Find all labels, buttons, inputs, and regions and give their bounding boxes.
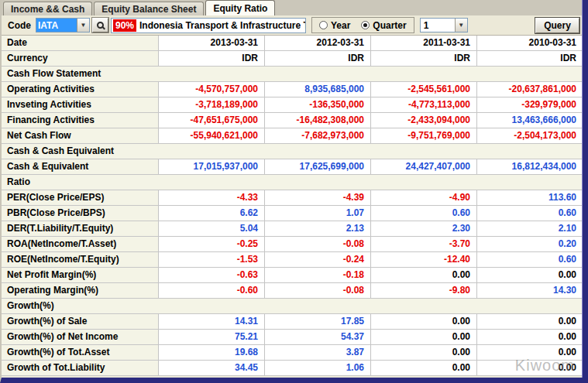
cell-value: 0.00 — [370, 330, 476, 344]
cell-value: -1.53 — [158, 252, 264, 267]
table-row[interactable]: Operating Activities-4,570,757,0008,935,… — [2, 82, 583, 97]
code-dropdown-button[interactable]: ▼ — [77, 19, 89, 32]
code-combobox[interactable]: IATA ▼ — [36, 18, 90, 32]
cell-value: 0.60 — [370, 206, 476, 221]
cell-value: 2010-03-31 — [476, 36, 583, 50]
row-label: DER(T.Liability/T.Equity) — [2, 221, 158, 236]
radio-year-icon[interactable] — [319, 21, 328, 29]
table-row[interactable]: Growth(%) of Sale14.3117.850.000.00 — [2, 314, 583, 330]
table-row[interactable]: Growth of Tot.Liability34.451.060.000.00 — [2, 361, 583, 376]
cell-value: 0.60 — [476, 252, 583, 267]
cell-value: -329,979,000 — [476, 97, 583, 112]
chevron-down-icon: ▼ — [458, 22, 464, 29]
row-label: PER(Close Price/EPS) — [2, 190, 158, 205]
cell-value: 0.00 — [476, 314, 583, 329]
cell-value: 2013-03-31 — [158, 36, 264, 50]
tab-income-cash[interactable]: Income && Cash — [3, 2, 92, 15]
cell-value: -3,718,189,000 — [158, 97, 264, 112]
cell-value: -2,433,094,000 — [370, 113, 476, 128]
cell-value: 2.10 — [476, 221, 583, 236]
tab-label: Equity Ratio — [213, 3, 267, 14]
cell-value: 13,463,666,000 — [476, 113, 583, 128]
section-title: Cash Flow Statement — [2, 67, 583, 81]
cell-value: 2.30 — [370, 221, 476, 236]
search-button[interactable] — [92, 18, 108, 32]
table-row[interactable]: PBR(Close Price/BPS)6.621.070.600.60 — [2, 206, 583, 221]
cell-value: 0.00 — [370, 361, 476, 375]
cell-value: IDR — [158, 51, 264, 66]
radio-quarter[interactable]: Quarter — [361, 20, 406, 31]
radio-quarter-icon[interactable] — [361, 21, 370, 29]
cell-value: 24,427,407,000 — [370, 159, 476, 174]
cell-value: -9,751,769,000 — [370, 128, 476, 143]
cell-value: -4.39 — [264, 190, 370, 205]
cell-value: IDR — [264, 51, 370, 66]
row-label: Operating Margin(%) — [2, 283, 158, 298]
table-row[interactable]: Cash & Equivalent17,015,937,00017,625,69… — [2, 159, 583, 175]
row-label: Cash & Equivalent — [2, 159, 158, 174]
cell-value: -12.40 — [370, 252, 476, 267]
row-label: Growth(%) of Net Income — [2, 330, 158, 344]
row-label: ROE(NetIncome/T.Equity) — [2, 252, 158, 267]
cell-value: -0.60 — [158, 283, 264, 298]
table-row[interactable]: ROE(NetIncome/T.Equity)-1.53-0.24-12.400… — [2, 252, 583, 268]
period-radio-group: Year Quarter — [311, 17, 414, 33]
cell-value: IDR — [476, 51, 583, 66]
financial-table: Date2013-03-312012-03-312011-03-312010-0… — [2, 36, 583, 376]
cell-value: 0.00 — [476, 361, 583, 375]
table-row[interactable]: ROA(NetIncome/T.Asset)-0.25-0.08-3.700.2… — [2, 237, 583, 252]
table-row[interactable]: DER(T.Liability/T.Equity)5.042.132.302.1… — [2, 221, 583, 237]
row-label: Growth(%) of Sale — [2, 314, 158, 329]
cell-value: -47,651,675,000 — [158, 113, 264, 128]
cell-value: IDR — [370, 51, 476, 66]
table-row[interactable]: PER(Close Price/EPS)-4.33-4.39-4.90113.6… — [2, 190, 583, 206]
quarter-dropdown-button[interactable]: ▼ — [455, 19, 467, 32]
table-row[interactable]: Invseting Activities-3,718,189,000-136,3… — [2, 97, 583, 113]
tab-equity-balance-sheet[interactable]: Equity Balance Sheet — [94, 2, 204, 15]
row-label: Operating Activities — [2, 82, 158, 97]
table-row[interactable]: Operating Margin(%)-0.60-0.08-9.8014.30 — [2, 283, 583, 299]
table-row[interactable]: Net Profit Margin(%)-0.63-0.180.000.00 — [2, 268, 583, 283]
cell-value: 5.04 — [158, 221, 264, 236]
cell-value: -2,545,561,000 — [370, 82, 476, 97]
cell-value: 17,015,937,000 — [158, 159, 264, 174]
tab-equity-ratio[interactable]: Equity Ratio — [205, 0, 275, 15]
tab-label: Equity Balance Sheet — [101, 4, 196, 15]
quarter-select-value: 1 — [421, 19, 455, 32]
code-input[interactable]: IATA — [36, 19, 77, 32]
query-button[interactable]: Query — [535, 18, 579, 33]
cell-value: 113.60 — [476, 190, 583, 205]
chevron-down-icon: ▼ — [81, 22, 87, 29]
row-label: Invseting Activities — [2, 97, 158, 112]
row-label: Net Profit Margin(%) — [2, 268, 158, 282]
table-row[interactable]: CurrencyIDRIDRIDRIDR — [2, 51, 583, 67]
table-row[interactable]: Growth(%) of Net Income75.2154.370.000.0… — [2, 330, 583, 345]
search-icon — [97, 22, 104, 29]
table-row[interactable]: Financing Activities-47,651,675,000-16,4… — [2, 113, 583, 128]
cell-value: 19.68 — [158, 345, 264, 360]
cell-value: 0.00 — [370, 268, 476, 282]
company-name: Indonesia Transport & Infrastructure Tbk — [139, 20, 305, 31]
toolbar: Code IATA ▼ 90% Indonesia Transport & In… — [2, 15, 583, 36]
cell-value: 34.45 — [158, 361, 264, 375]
cell-value: 1.06 — [264, 361, 370, 375]
table-row[interactable]: Date2013-03-312012-03-312011-03-312010-0… — [2, 36, 583, 51]
section-title: Growth(%) — [2, 299, 583, 313]
radio-year[interactable]: Year — [319, 20, 350, 31]
cell-value: -16,482,308,000 — [264, 113, 370, 128]
match-percent-badge: 90% — [113, 19, 136, 32]
row-label: Financing Activities — [2, 113, 158, 128]
cell-value: 14.31 — [158, 314, 264, 329]
table-row[interactable]: Net Cash Flow-55,940,621,000-7,682,973,0… — [2, 128, 583, 144]
radio-quarter-label: Quarter — [373, 20, 406, 31]
table-row[interactable]: Growth(%) of Tot.Asset19.683.870.000.00 — [2, 345, 583, 361]
cell-value: -0.08 — [264, 283, 370, 298]
cell-value: 0.00 — [370, 345, 476, 360]
quarter-select[interactable]: 1 ▼ — [420, 18, 468, 32]
app-window: Income && Cash Equity Balance Sheet Equi… — [0, 0, 588, 383]
row-label: Growth(%) of Tot.Asset — [2, 345, 158, 360]
cell-value: 16,812,434,000 — [476, 159, 583, 174]
row-label: Date — [2, 36, 158, 50]
cell-value: 6.62 — [158, 206, 264, 221]
section-title: Cash & Cash Equivalent — [2, 144, 583, 159]
